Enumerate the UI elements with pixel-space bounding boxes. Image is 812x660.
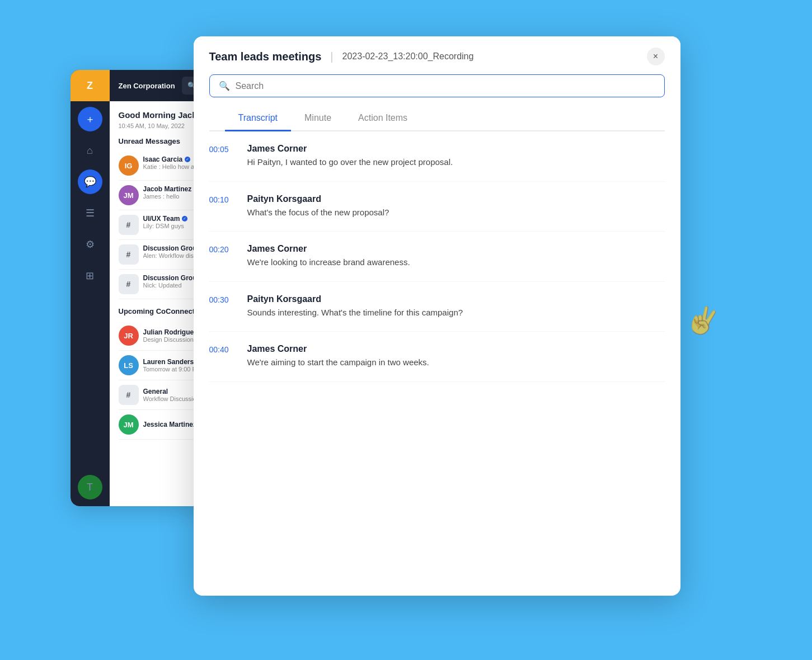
transcript-content: James Corner Hi Paityn, I wanted to go o… — [247, 144, 453, 169]
transcript-entry: 00:30 Paityn Korsgaard Sounds interestin… — [209, 282, 665, 332]
sidebar-home-icon[interactable]: ⌂ — [78, 138, 102, 163]
transcript-entry: 00:10 Paityn Korsgaard What's the focus … — [209, 182, 665, 232]
transcript-entry: 00:05 James Corner Hi Paityn, I wanted t… — [209, 131, 665, 182]
close-button[interactable]: × — [647, 48, 665, 65]
transcript-text: Hi Paityn, I wanted to go over the new p… — [247, 156, 453, 169]
transcript-content: James Corner We're aiming to start the c… — [247, 344, 429, 369]
fg-title-main: Team leads meetings — [209, 50, 322, 63]
transcript-speaker: James Corner — [247, 144, 453, 154]
fg-title-sub: 2023-02-23_13:20:00_Recording — [342, 51, 474, 62]
channel-icon: # — [119, 274, 139, 294]
tab-minute[interactable]: Minute — [291, 106, 345, 131]
msg-name: Discussion Group — [143, 274, 201, 282]
avatar: JM — [119, 185, 139, 205]
tab-transcript[interactable]: Transcript — [225, 106, 292, 131]
unread-title: Unread Messages — [119, 137, 181, 145]
sidebar: Z ＋ ⌂ 💬 ☰ ⚙ ⊞ T — [71, 70, 110, 506]
sidebar-docs-icon[interactable]: ☰ — [78, 201, 102, 225]
sidebar-grid-icon[interactable]: ⊞ — [78, 263, 102, 288]
transcript-text: Sounds interesting. What's the timeline … — [247, 307, 463, 319]
msg-name: Discussion Group — [143, 244, 201, 252]
search-input[interactable] — [236, 81, 655, 91]
sidebar-settings-icon[interactable]: ⚙ — [78, 232, 102, 257]
transcript-speaker: James Corner — [247, 244, 410, 254]
transcript-timestamp: 00:30 — [209, 294, 236, 319]
transcript-timestamp: 00:10 — [209, 194, 236, 219]
transcript-timestamp: 00:40 — [209, 344, 236, 369]
channel-icon: # — [119, 244, 139, 265]
transcript-timestamp: 00:20 — [209, 244, 236, 269]
fg-title-row: Team leads meetings | 2023-02-23_13:20:0… — [209, 48, 665, 65]
transcript-speaker: James Corner — [247, 344, 429, 354]
transcript-content: Paityn Korsgaard What's the focus of the… — [247, 194, 389, 219]
search-icon: 🔍 — [219, 81, 230, 91]
msg-name: UI/UX Team — [143, 215, 180, 223]
transcript-timestamp: 00:05 — [209, 144, 236, 169]
cursor-decoration: ✌️ — [682, 300, 724, 341]
transcript-entry: 00:40 James Corner We're aiming to start… — [209, 332, 665, 382]
sidebar-user-icon[interactable]: T — [78, 475, 102, 499]
upcoming-title: Upcoming CoConnects — [119, 307, 199, 315]
avatar: IG — [119, 155, 139, 176]
verified-icon: ✓ — [182, 216, 187, 221]
transcript-speaker: Paityn Korsgaard — [247, 294, 463, 304]
title-divider: | — [330, 50, 333, 63]
transcript-text: What's the focus of the new proposal? — [247, 206, 389, 219]
transcript-text: We're aiming to start the campaign in tw… — [247, 356, 429, 369]
channel-icon: # — [119, 385, 139, 405]
transcript-body: 00:05 James Corner Hi Paityn, I wanted t… — [194, 131, 680, 596]
avatar: JM — [119, 414, 139, 435]
tab-action-items[interactable]: Action Items — [345, 106, 421, 131]
transcript-content: James Corner We're looking to increase b… — [247, 244, 410, 269]
msg-name: Jacob Martinez — [143, 185, 192, 193]
verified-icon: ✓ — [185, 157, 190, 162]
msg-name: Isaac Garcia — [143, 155, 183, 163]
sidebar-logo: Z — [71, 70, 110, 101]
transcript-content: Paityn Korsgaard Sounds interesting. Wha… — [247, 294, 463, 319]
transcript-text: We're looking to increase brand awarenes… — [247, 256, 410, 269]
sidebar-chat-icon[interactable]: 💬 — [78, 169, 102, 194]
transcript-window: Team leads meetings | 2023-02-23_13:20:0… — [194, 36, 680, 596]
fg-search-bar[interactable]: 🔍 — [209, 74, 665, 97]
avatar: LS — [119, 355, 139, 375]
app-name: Zen Corporation — [119, 82, 175, 90]
fg-header: Team leads meetings | 2023-02-23_13:20:0… — [194, 36, 680, 131]
fg-title: Team leads meetings | 2023-02-23_13:20:0… — [209, 50, 474, 63]
avatar: JR — [119, 326, 139, 346]
sidebar-add-icon[interactable]: ＋ — [78, 107, 102, 131]
fg-tabs: Transcript Minute Action Items — [209, 106, 665, 131]
transcript-entry: 00:20 James Corner We're looking to incr… — [209, 232, 665, 282]
transcript-speaker: Paityn Korsgaard — [247, 194, 389, 204]
channel-icon: # — [119, 215, 139, 235]
